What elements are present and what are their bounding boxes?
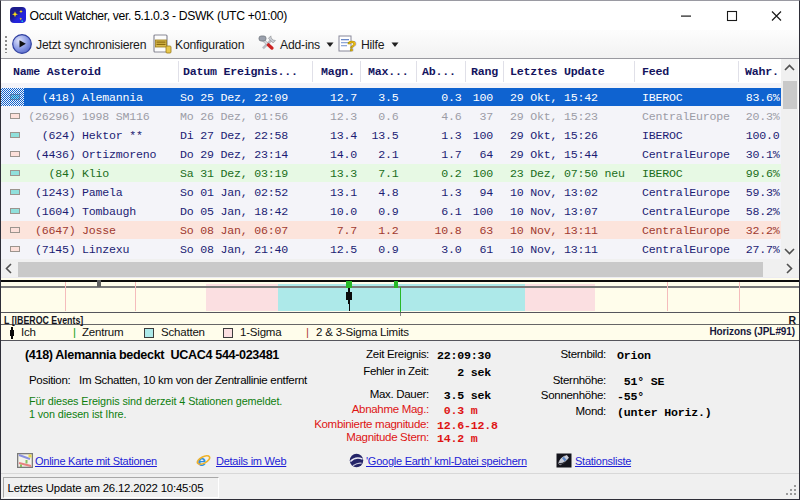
svg-text:?: ?	[348, 37, 357, 54]
